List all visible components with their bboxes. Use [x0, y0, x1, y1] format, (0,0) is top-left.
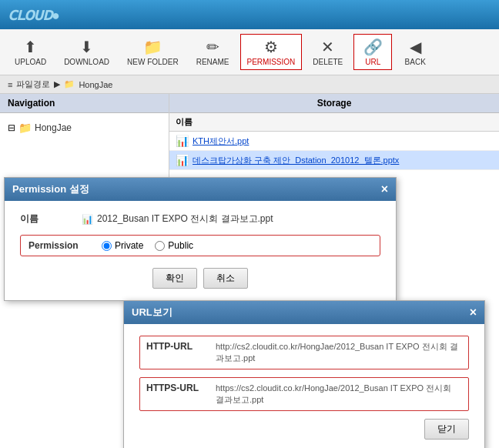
- confirm-button[interactable]: 확인: [152, 268, 197, 289]
- back-icon: ◀: [410, 38, 421, 56]
- back-label: BACK: [405, 58, 426, 66]
- https-url-row: HTTPS-URL https://cs2.cloudit.co.kr/Hong…: [139, 377, 469, 411]
- url-dialog-header: URL보기 ×: [124, 301, 484, 324]
- dialog-buttons: 확인 취소: [20, 268, 380, 289]
- upload-icon: ⬆: [24, 38, 37, 56]
- http-url-value[interactable]: http://cs2.cloudit.co.kr/HongJae/2012_Bu…: [216, 341, 462, 364]
- download-icon: ⬇: [80, 38, 93, 56]
- breadcrumb: ≡ 파일경로 ▶ 📁 HongJae: [0, 75, 499, 94]
- header: ᴄʟᴏᴜᴅ●: [0, 0, 499, 29]
- url-dialog-buttons: 닫기: [139, 419, 469, 440]
- permission-button[interactable]: ⚙ PERMISSION: [240, 34, 303, 70]
- file-name-value: 📊 2012_Busan IT EXPO 전시회 결과보고.ppt: [82, 212, 273, 226]
- private-radio[interactable]: [102, 241, 112, 251]
- file-type-icon: 📊: [82, 214, 93, 225]
- col-name-header: 이름: [169, 113, 499, 132]
- breadcrumb-folder-icon: 📁: [64, 79, 75, 89]
- public-radio[interactable]: [155, 241, 165, 251]
- private-label: Private: [115, 240, 143, 251]
- breadcrumb-path: HongJae: [79, 80, 112, 89]
- folder-icon: 📁: [18, 122, 32, 134]
- logo-icon: ᴄʟᴏᴜᴅ: [8, 5, 52, 24]
- https-url-label: HTTPS-URL: [146, 383, 216, 393]
- file-name-row: 이름 📊 2012_Busan IT EXPO 전시회 결과보고.ppt: [20, 212, 380, 226]
- dialog-file-name: 2012_Busan IT EXPO 전시회 결과보고.ppt: [97, 212, 273, 226]
- breadcrumb-separator: ▶: [54, 79, 60, 89]
- toolbar: ⬆ UPLOAD ⬇ DOWNLOAD 📁 NEW FOLDER ✏ RENAM…: [0, 29, 499, 75]
- file-cell-2: 📊 데스크탑가상화 구축 제안_Dstation_201012_텔론.pptx: [169, 151, 499, 170]
- permission-dialog-header: Permission 설정 ×: [5, 178, 396, 201]
- breadcrumb-prefix: 파일경로: [16, 79, 50, 90]
- http-url-row: HTTP-URL http://cs2.cloudit.co.kr/HongJa…: [139, 336, 469, 369]
- file-icon-2: 📊: [176, 154, 189, 166]
- sidebar-item-hongjae[interactable]: ⊟ 📁 HongJae: [6, 119, 162, 136]
- sidebar-title: Navigation: [0, 94, 169, 113]
- permission-dialog-body: 이름 📊 2012_Busan IT EXPO 전시회 결과보고.ppt Per…: [5, 201, 396, 300]
- new-folder-icon: 📁: [143, 38, 162, 56]
- storage-table: 이름 📊 KTH제안서.ppt 📊 데스: [169, 113, 499, 170]
- new-folder-button[interactable]: 📁 NEW FOLDER: [120, 34, 186, 70]
- breadcrumb-icon: ≡: [8, 80, 12, 89]
- permission-dialog-title: Permission 설정: [12, 182, 89, 196]
- url-icon: 🔗: [363, 38, 383, 56]
- upload-label: UPLOAD: [15, 58, 46, 66]
- table-row[interactable]: 📊 KTH제안서.ppt: [169, 132, 499, 152]
- url-button[interactable]: 🔗 URL: [353, 34, 392, 70]
- https-url-value[interactable]: https://cs2.cloudit.co.kr/HongJae/2012_B…: [216, 383, 462, 406]
- private-option[interactable]: Private: [102, 240, 143, 251]
- url-dialog-title: URL보기: [132, 306, 172, 319]
- sidebar-item-label: HongJae: [35, 122, 72, 133]
- file-cell-1: 📊 KTH제안서.ppt: [169, 132, 499, 151]
- sidebar-content: ⊟ 📁 HongJae: [0, 113, 169, 142]
- url-close-button[interactable]: 닫기: [424, 419, 469, 440]
- url-dialog: URL보기 × HTTP-URL http://cs2.cloudit.co.k…: [123, 300, 485, 448]
- permission-dialog: Permission 설정 × 이름 📊 2012_Busan IT EXPO …: [4, 177, 397, 301]
- back-button[interactable]: ◀ BACK: [396, 34, 434, 70]
- delete-icon: ✕: [321, 38, 334, 56]
- url-dialog-body: HTTP-URL http://cs2.cloudit.co.kr/HongJa…: [124, 324, 484, 448]
- permission-row: Permission Private Public: [20, 235, 380, 256]
- public-option[interactable]: Public: [155, 240, 193, 251]
- permission-dialog-close[interactable]: ×: [381, 182, 388, 196]
- http-url-label: HTTP-URL: [146, 341, 216, 352]
- logo: ᴄʟᴏᴜᴅ●: [8, 5, 59, 25]
- rename-label: RENAME: [196, 58, 229, 66]
- permission-label: PERMISSION: [247, 58, 296, 66]
- download-button[interactable]: ⬇ DOWNLOAD: [57, 34, 116, 70]
- expand-icon: ⊟: [8, 122, 15, 133]
- table-row[interactable]: 📊 데스크탑가상화 구축 제안_Dstation_201012_텔론.pptx: [169, 151, 499, 170]
- file-name-2[interactable]: 데스크탑가상화 구축 제안_Dstation_201012_텔론.pptx: [193, 155, 399, 166]
- download-label: DOWNLOAD: [64, 58, 109, 66]
- storage-title: Storage: [169, 94, 499, 113]
- new-folder-label: NEW FOLDER: [127, 58, 179, 66]
- file-name-1[interactable]: KTH제안서.ppt: [193, 135, 249, 147]
- delete-button[interactable]: ✕ DELETE: [306, 34, 350, 70]
- public-label: Public: [168, 240, 193, 251]
- file-icon-1: 📊: [176, 135, 189, 147]
- rename-button[interactable]: ✏ RENAME: [189, 34, 236, 70]
- name-label: 이름: [20, 212, 82, 226]
- url-label: URL: [365, 58, 380, 66]
- cancel-button[interactable]: 취소: [203, 268, 248, 289]
- permission-field-label: Permission: [28, 240, 90, 251]
- rename-icon: ✏: [206, 38, 219, 56]
- url-dialog-close[interactable]: ×: [470, 306, 477, 319]
- upload-button[interactable]: ⬆ UPLOAD: [8, 34, 53, 70]
- radio-group: Private Public: [102, 240, 193, 251]
- delete-label: DELETE: [313, 58, 343, 66]
- permission-icon: ⚙: [264, 38, 278, 56]
